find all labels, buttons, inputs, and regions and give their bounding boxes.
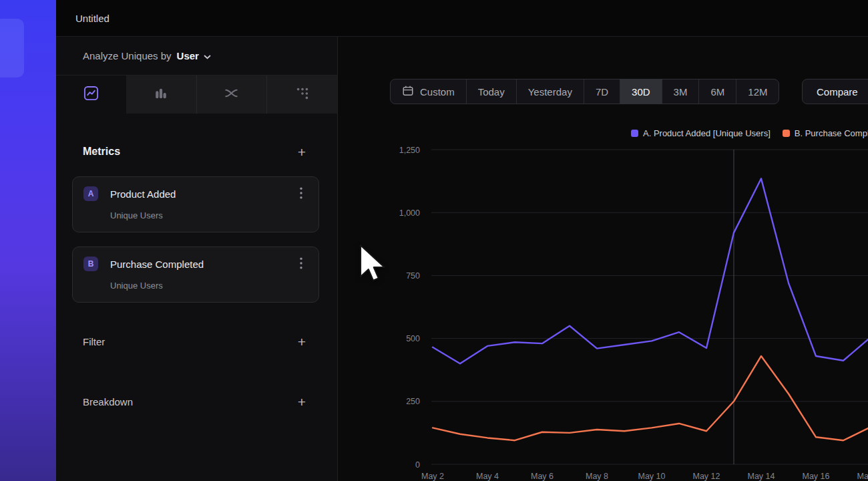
mouse-cursor-icon: [358, 243, 387, 285]
report-type-tabs: [56, 75, 337, 114]
svg-text:1,250: 1,250: [399, 146, 420, 155]
metrics-section-header: Metrics +: [83, 142, 306, 161]
decorative-shape: [0, 19, 24, 77]
chart-panel: Custom Today Yesterday 7D 30D 3M 6M 12M …: [337, 37, 868, 481]
bar-chart-icon: [154, 86, 168, 104]
metric-card-a-row: A Product Added: [73, 177, 318, 202]
metric-name: Product Added: [110, 188, 176, 200]
svg-text:May 4: May 4: [476, 472, 499, 481]
add-metric-button[interactable]: +: [298, 145, 306, 159]
metric-name: Purchase Completed: [110, 259, 204, 270]
tab-insights[interactable]: [56, 75, 126, 114]
add-filter-button[interactable]: +: [298, 335, 306, 349]
svg-text:250: 250: [406, 397, 420, 406]
kebab-icon: [300, 257, 302, 271]
tab-flows[interactable]: [196, 75, 267, 114]
metric-card-a[interactable]: A Product Added Unique Users: [72, 176, 319, 232]
analyze-by-dropdown[interactable]: User: [177, 50, 211, 61]
kebab-icon: [300, 187, 302, 201]
chevron-down-icon: [204, 50, 211, 61]
svg-text:May 6: May 6: [531, 472, 554, 481]
background-gradient-strip: [0, 0, 56, 481]
svg-text:May 2: May 2: [421, 472, 444, 481]
metric-measure[interactable]: Unique Users: [110, 210, 318, 220]
breakdown-title: Breakdown: [83, 396, 133, 408]
metrics-title: Metrics: [83, 146, 120, 158]
metric-card-b[interactable]: B Purchase Completed Unique Users: [72, 247, 319, 303]
svg-text:May 14: May 14: [748, 472, 775, 481]
svg-text:May 12: May 12: [693, 472, 720, 481]
document-title[interactable]: Untitled: [75, 13, 110, 24]
tab-funnels[interactable]: [126, 75, 196, 114]
svg-text:May 18: May 18: [857, 472, 868, 481]
insights-line-chart-icon: [83, 86, 99, 104]
svg-text:May 10: May 10: [638, 472, 666, 481]
add-breakdown-button[interactable]: +: [298, 395, 306, 409]
metric-options-button[interactable]: [293, 256, 309, 272]
metric-badge-b: B: [83, 257, 98, 271]
metric-options-button[interactable]: [293, 186, 309, 202]
tab-retention[interactable]: [266, 75, 337, 114]
svg-text:May 16: May 16: [803, 472, 830, 481]
app: Untitled Analyze Uniques by User: [0, 0, 868, 481]
svg-text:May 8: May 8: [586, 472, 608, 481]
svg-text:750: 750: [406, 271, 420, 281]
breakdown-section-header: Breakdown +: [83, 392, 306, 411]
metric-measure[interactable]: Unique Users: [110, 281, 318, 291]
line-chart[interactable]: 02505007501,0001,250May 2May 4May 6May 8…: [338, 37, 868, 481]
filter-title: Filter: [83, 336, 105, 347]
metric-badge-a: A: [83, 186, 98, 201]
svg-text:0: 0: [415, 460, 420, 470]
svg-text:500: 500: [406, 334, 420, 343]
analyze-by-row: Analyze Uniques by User: [56, 37, 337, 75]
topbar: Untitled: [56, 0, 868, 37]
flows-icon: [224, 86, 239, 104]
app-window: Untitled Analyze Uniques by User: [56, 0, 868, 481]
analyze-by-label: Analyze Uniques by: [83, 50, 172, 61]
metric-card-b-row: B Purchase Completed: [73, 247, 318, 272]
sidebar: Analyze Uniques by User: [56, 37, 337, 481]
retention-dots-icon: [295, 86, 310, 104]
filter-section-header: Filter +: [83, 332, 306, 351]
analyze-by-value: User: [177, 50, 199, 61]
svg-text:1,000: 1,000: [399, 208, 420, 218]
